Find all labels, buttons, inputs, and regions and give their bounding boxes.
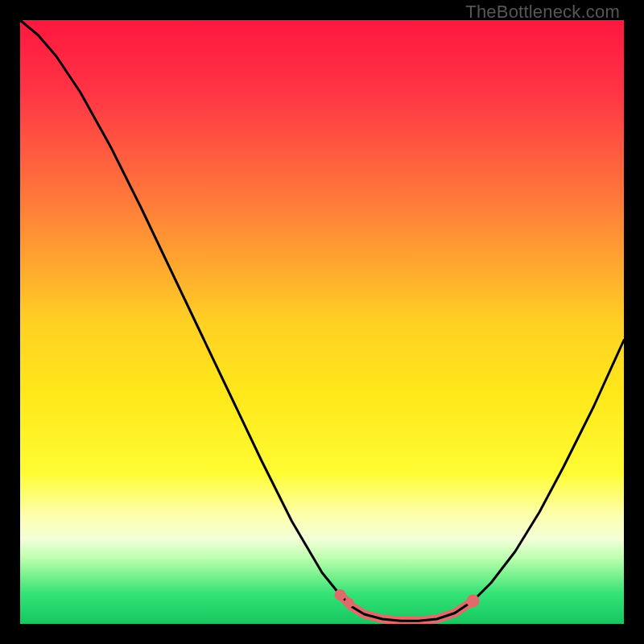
highlight-marker <box>335 589 346 601</box>
chart-frame: TheBottleneck.com <box>0 0 644 644</box>
chart-svg <box>20 20 624 624</box>
plot-area <box>20 20 624 624</box>
highlight-marker <box>345 598 354 608</box>
watermark-text: TheBottleneck.com <box>465 2 620 23</box>
highlight-marker <box>467 595 480 608</box>
gradient-background <box>20 20 624 624</box>
